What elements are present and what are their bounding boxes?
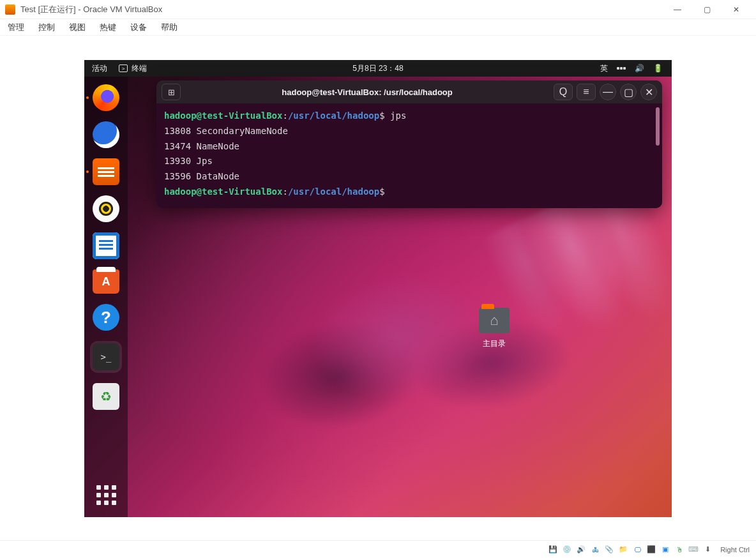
dock-firefox[interactable] [93,84,119,111]
show-applications-button[interactable] [93,481,119,508]
hamburger-menu-button[interactable]: ≡ [577,84,596,100]
dock-files[interactable] [93,158,119,185]
dock-libreoffice-writer[interactable] [93,232,119,259]
terminal-indicator-icon: > [119,64,128,72]
gnome-topbar: 活动 > 终端 5月8日 23：48 英 🔊 🔋 [84,60,672,77]
home-folder-icon [479,308,510,333]
minimize-icon: — [603,86,613,98]
ubuntu-dock: ? >_ [84,77,128,517]
window-maximize-button[interactable]: ▢ [620,84,637,100]
dock-thunderbird[interactable] [93,121,119,148]
close-icon: ✕ [645,86,653,98]
terminal-window[interactable]: ⊞ hadoop@test-VirtualBox: /usr/local/had… [156,80,662,208]
guest-display: 活动 > 终端 5月8日 23：48 英 🔊 🔋 ? [0,36,756,540]
terminal-body[interactable]: hadoop@test-VirtualBox:/usr/local/hadoop… [156,103,662,208]
menu-hotkeys[interactable]: 热键 [100,22,116,33]
virtualbox-icon [5,4,15,15]
terminal-icon: >_ [93,343,119,370]
prompt-path: /usr/local/hadoop [288,186,379,197]
recording-icon[interactable]: ⬛ [646,545,656,555]
power-icon[interactable]: 🔋 [653,64,663,73]
network-icon[interactable] [617,67,626,70]
terminal-output-line: 13930 Jps [164,154,654,169]
ubuntu-desktop[interactable]: 活动 > 终端 5月8日 23：48 英 🔊 🔋 ? [84,60,672,517]
hard-disk-icon[interactable]: 💾 [548,545,558,555]
terminal-output-line: 13474 NameNode [164,139,654,155]
window-minimize-button[interactable]: — [600,84,616,100]
menu-view[interactable]: 视图 [69,22,86,33]
usb-icon[interactable]: 📎 [604,545,614,555]
terminal-output-line: 13596 DataNode [164,169,654,185]
menu-help[interactable]: 帮助 [161,22,178,33]
audio-icon[interactable]: 🔊 [576,545,586,555]
shared-folders-icon[interactable]: 📁 [618,545,628,555]
maximize-icon: ▢ [624,86,633,98]
terminal-command: jps [385,110,407,121]
dock-ubuntu-software[interactable] [93,269,119,294]
host-key-label[interactable]: Right Ctrl [720,546,750,554]
new-tab-icon: ⊞ [168,87,175,97]
processor-icon[interactable]: ▣ [660,545,670,555]
terminal-line: hadoop@test-VirtualBox:/usr/local/hadoop… [164,109,654,124]
app-indicator[interactable]: > 终端 [119,63,147,74]
network-adapter-icon[interactable]: 🖧 [590,545,600,555]
mouse-integration-icon[interactable]: 🖱 [674,545,684,555]
home-folder-label: 主目录 [479,338,510,349]
window-title: Test [正在运行] - Oracle VM VirtualBox [20,4,663,15]
menu-manage[interactable]: 管理 [8,22,24,33]
menu-devices[interactable]: 设备 [130,22,147,33]
clock[interactable]: 5月8日 23：48 [84,63,672,74]
menu-control[interactable]: 控制 [38,22,55,33]
volume-icon[interactable]: 🔊 [635,64,644,73]
terminal-output-line: 13808 SecondaryNameNode [164,124,654,139]
prompt-path: /usr/local/hadoop [288,110,379,121]
desktop-home-folder[interactable]: 主目录 [479,308,510,349]
prompt-dollar: $ [379,186,384,197]
dock-rhythmbox[interactable] [93,195,119,222]
terminal-title: hadoop@test-VirtualBox: /usr/local/hadoo… [185,87,550,97]
window-close-button[interactable]: ✕ [640,84,657,100]
terminal-line: hadoop@test-VirtualBox:/usr/local/hadoop… [164,185,654,200]
prompt-sep: : [282,110,287,121]
search-button[interactable]: Q [554,84,573,100]
close-button[interactable]: ✕ [722,0,751,19]
vbox-statusbar: 💾 💿 🔊 🖧 📎 📁 🖵 ⬛ ▣ 🖱 ⌨ ⬇ Right Ctrl [0,540,756,558]
keyboard-capture-icon[interactable]: ⌨ [688,545,699,555]
ime-indicator[interactable]: 英 [600,63,608,74]
vbox-menubar: 管理 控制 视图 热键 设备 帮助 [0,19,756,36]
app-indicator-label: 终端 [132,63,147,74]
prompt-dollar: $ [379,110,384,121]
minimize-button[interactable]: — [663,0,692,19]
activities-button[interactable]: 活动 [92,63,107,74]
prompt-user: hadoop@test-VirtualBox [164,186,282,197]
optical-disk-icon[interactable]: 💿 [562,545,572,555]
host-key-arrow-icon: ⬇ [702,545,713,555]
menu-icon: ≡ [583,86,589,98]
vbox-titlebar: Test [正在运行] - Oracle VM VirtualBox — ▢ ✕ [0,0,756,19]
display-icon[interactable]: 🖵 [632,545,642,555]
dock-terminal-active[interactable]: >_ [90,341,122,373]
search-icon: Q [559,86,567,98]
prompt-user: hadoop@test-VirtualBox [164,110,282,121]
prompt-sep: : [282,186,287,197]
maximize-button[interactable]: ▢ [692,0,722,19]
terminal-headerbar[interactable]: ⊞ hadoop@test-VirtualBox: /usr/local/had… [156,80,662,103]
dock-help[interactable]: ? [93,304,119,331]
new-tab-button[interactable]: ⊞ [162,84,181,100]
terminal-scrollbar[interactable] [656,107,660,146]
dock-trash[interactable] [93,383,119,410]
